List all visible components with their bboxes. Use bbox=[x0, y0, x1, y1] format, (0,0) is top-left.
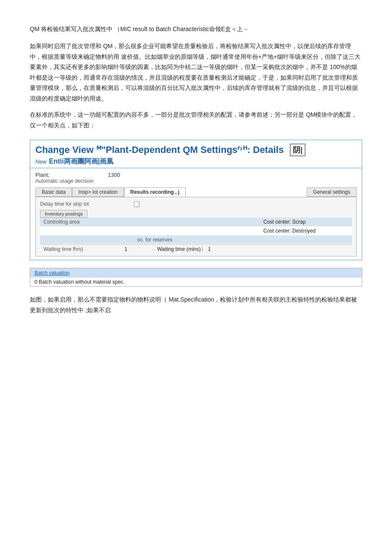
plant-value: 1300 bbox=[108, 172, 120, 178]
tab-results-recording[interactable]: Results recording , j bbox=[124, 187, 186, 197]
sap-settings-panel: Change View ᴹ"Plant-Dependent QM Setting… bbox=[30, 140, 362, 260]
tab-basic-data[interactable]: Basic data bbox=[35, 187, 72, 197]
pipe-separator: | bbox=[202, 246, 203, 252]
tab-insp-lot[interactable]: Insp> lot creation bbox=[72, 187, 124, 197]
controlling-area-label: Controlling area bbox=[43, 219, 120, 225]
inner-tab-inventory[interactable]: Inventory postings bbox=[40, 210, 87, 218]
plant-row: Plant; 1300 bbox=[35, 172, 357, 178]
panel-subtitle-text: Entii两画團阿画|画凰 bbox=[49, 157, 113, 166]
outro-text: 如图，如果启用，那么不需要指定物料的物料说明（ Mat.Specificatio… bbox=[30, 294, 362, 315]
batch-body: 0 Batch valuation without material spec. bbox=[30, 278, 362, 286]
cost-center-scrap: Cost center: Scrap bbox=[263, 219, 349, 225]
panel-subtitle-row: New Entii两画團阿画|画凰 bbox=[35, 157, 357, 166]
panel-title: Change View ᴹ"Plant-Dependent QM Setting… bbox=[35, 144, 284, 155]
delay-time-label: Delay time for skip lot bbox=[40, 201, 134, 207]
cost-center-destroyed-row: Cost center: Destroyed bbox=[40, 227, 352, 235]
batch-body-text: 0 Batch valuation without material spec. bbox=[35, 279, 124, 285]
intro-para1: 如果同时启用了批次管理和 QM，那么很多企业可能希望在质量检验后，将检验结果写入… bbox=[30, 41, 362, 104]
auto-usage-row: Automatic usage decision bbox=[35, 178, 357, 184]
tabs-row: Basic data Insp> lot creation Results re… bbox=[35, 187, 357, 197]
inner-tab-row: Inventory postings bbox=[40, 210, 352, 218]
intro-line1: QM 将检验结果写入批次属性中 （MIC result to Batch Cha… bbox=[30, 26, 362, 33]
waiting-mins-value: 1 bbox=[208, 246, 211, 252]
plant-label: Plant; bbox=[35, 172, 104, 178]
delay-time-checkbox[interactable] bbox=[134, 201, 139, 207]
new-label: New bbox=[35, 158, 46, 165]
cost-center-destroyed: Cost center: Destroyed bbox=[263, 228, 349, 234]
batch-valuation-link[interactable]: Batch valuation bbox=[35, 270, 69, 276]
tab-content-area: Delay time for skip lot Inventory postin… bbox=[35, 197, 357, 256]
delay-time-row: Delay time for skip lot bbox=[40, 200, 352, 208]
batch-header: Batch valuation bbox=[30, 268, 362, 278]
panel-badge: 阴| bbox=[290, 144, 306, 156]
oc-reserves-row: oc. for reserves bbox=[40, 236, 352, 244]
waiting-time-row: Waiting time fhrs) 1 Waiting time (mins)… bbox=[40, 244, 352, 253]
auto-usage-label: Automatic usage decision bbox=[35, 178, 94, 184]
oc-reserves-text: oc. for reserves bbox=[137, 237, 173, 243]
waiting-fhrs-label: Waiting time fhrs) bbox=[43, 246, 120, 252]
waiting-fhrs-value: 1 bbox=[124, 246, 127, 252]
outro-section: 如图，如果启用，那么不需要指定物料的物料说明（ Mat.Specificatio… bbox=[30, 294, 362, 315]
panel-header: Change View ᴹ"Plant-Dependent QM Setting… bbox=[30, 140, 362, 168]
panel-body: Plant; 1300 Automatic usage decision Bas… bbox=[30, 168, 362, 260]
tab-general-settings[interactable]: General settings bbox=[307, 187, 357, 197]
batch-valuation-section: Batch valuation 0 Batch valuation withou… bbox=[30, 268, 362, 287]
waiting-mins-label: Waiting time (mins) bbox=[157, 246, 201, 252]
intro-section: QM 将检验结果写入批次属性中 （MIC result to Batch Cha… bbox=[30, 26, 362, 130]
controlling-area-row: Controlling area Cost center: Scrap bbox=[40, 218, 352, 226]
intro-para2: 在标准的系统中，这一功能可配置的内容不多，一部分是批次管理相关的配置，请参考前述… bbox=[30, 109, 362, 130]
